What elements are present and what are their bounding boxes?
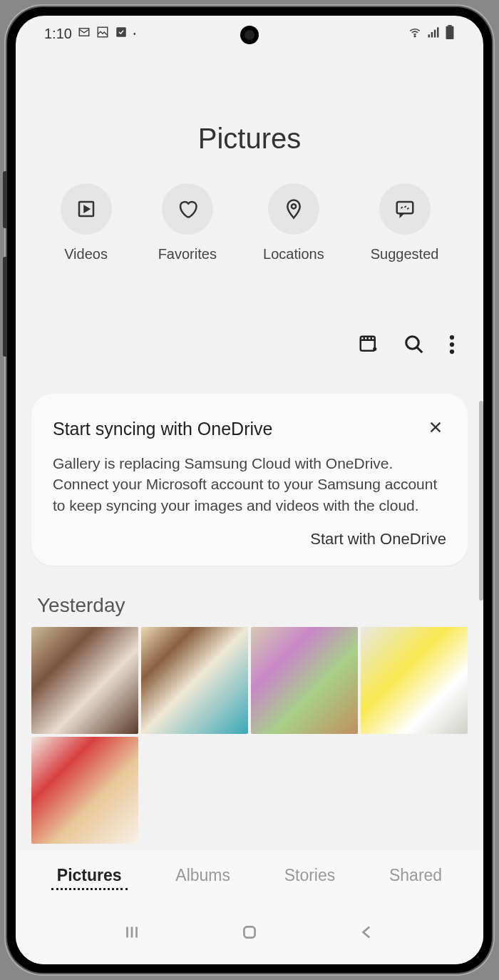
play-icon	[61, 183, 112, 235]
power-button	[3, 257, 7, 357]
photo-thumb[interactable]	[141, 627, 248, 734]
gmail-icon	[78, 26, 91, 42]
page-title: Pictures	[16, 123, 483, 155]
check-icon	[115, 26, 128, 42]
category-locations[interactable]: Locations	[263, 183, 324, 262]
wifi-icon	[408, 25, 422, 43]
category-suggested[interactable]: Suggested	[371, 183, 439, 262]
scrollbar[interactable]	[479, 401, 483, 601]
categories-row: Videos Favorites Locations Suggested	[16, 183, 483, 262]
svg-rect-18	[244, 927, 254, 937]
svg-rect-5	[431, 32, 433, 38]
heart-icon	[162, 183, 213, 235]
svg-point-11	[292, 204, 296, 208]
toolbar	[16, 334, 483, 358]
svg-point-17	[450, 349, 454, 354]
gif-create-icon[interactable]	[358, 334, 379, 358]
photo-thumb[interactable]	[31, 627, 138, 734]
android-nav-bar	[16, 903, 483, 964]
dot-icon: •	[133, 30, 136, 38]
sync-card: Start syncing with OneDrive Gallery is r…	[31, 394, 468, 566]
suggested-icon	[379, 183, 431, 235]
sync-title: Start syncing with OneDrive	[53, 419, 272, 439]
image-icon	[96, 26, 109, 42]
recents-button[interactable]	[123, 923, 141, 944]
svg-point-3	[414, 36, 416, 37]
svg-rect-4	[428, 34, 431, 37]
phone-frame: 1:10 •	[7, 7, 492, 973]
section-header: Yesterday	[16, 594, 483, 617]
more-icon[interactable]	[449, 334, 455, 358]
camera-notch	[240, 26, 259, 44]
bottom-tabs: Pictures Albums Stories Shared	[16, 850, 483, 903]
back-button[interactable]	[358, 923, 376, 944]
svg-point-14	[406, 337, 419, 349]
photo-thumb[interactable]	[361, 627, 468, 734]
sync-body: Gallery is replacing Samsung Cloud with …	[53, 453, 446, 516]
tab-stories[interactable]: Stories	[279, 863, 341, 890]
signal-icon	[426, 25, 441, 43]
category-label: Suggested	[371, 246, 439, 262]
category-label: Videos	[64, 246, 108, 262]
svg-rect-2	[116, 27, 126, 37]
svg-rect-7	[437, 27, 439, 37]
category-label: Locations	[263, 246, 324, 262]
close-icon[interactable]	[425, 415, 446, 443]
category-label: Favorites	[158, 246, 217, 262]
tab-albums[interactable]: Albums	[170, 863, 236, 890]
svg-rect-6	[434, 29, 436, 37]
tab-shared[interactable]: Shared	[384, 863, 448, 890]
status-time: 1:10	[44, 26, 72, 42]
svg-rect-8	[448, 25, 451, 26]
location-icon	[268, 183, 319, 235]
photo-thumb[interactable]	[31, 737, 138, 844]
photo-thumb[interactable]	[251, 627, 358, 734]
photo-grid	[16, 627, 483, 844]
home-button[interactable]	[240, 923, 259, 944]
battery-icon	[445, 25, 455, 43]
screen: 1:10 •	[16, 16, 483, 964]
svg-rect-9	[446, 26, 454, 39]
tab-pictures[interactable]: Pictures	[51, 863, 128, 890]
sync-action-button[interactable]: Start with OneDrive	[53, 530, 446, 548]
svg-point-15	[450, 335, 454, 340]
svg-point-16	[450, 342, 454, 347]
category-favorites[interactable]: Favorites	[158, 183, 217, 262]
category-videos[interactable]: Videos	[61, 183, 112, 262]
volume-button	[3, 171, 7, 228]
search-icon[interactable]	[403, 334, 425, 358]
